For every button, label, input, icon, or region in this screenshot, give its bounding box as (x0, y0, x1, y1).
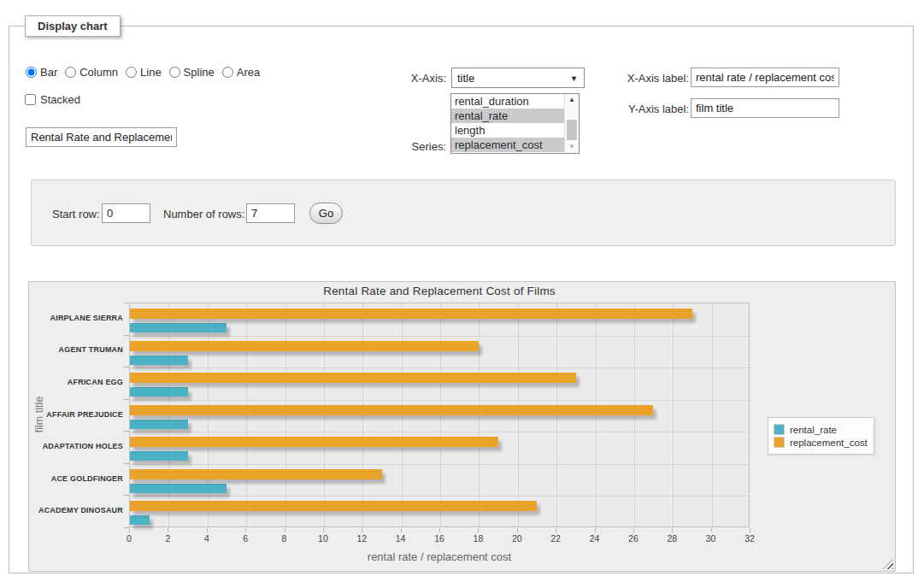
x-tick-mark (711, 528, 712, 532)
chart-type-option-line[interactable]: Line (126, 66, 162, 79)
gridline-h (130, 336, 749, 337)
chart-type-radio-line[interactable] (126, 67, 137, 78)
chart-type-radios: BarColumnLineSplineArea (26, 66, 260, 79)
chart-legend: rental_ratereplacement_cost (768, 417, 874, 455)
x-tick-mark (517, 528, 518, 532)
chart-type-option-bar[interactable]: Bar (26, 66, 57, 79)
chart-type-option-area[interactable]: Area (222, 66, 260, 79)
y-axis-label-input[interactable] (691, 98, 839, 118)
chart-x-axis-title: rental rate / replacement cost (129, 550, 750, 563)
gridline-h (130, 400, 749, 401)
series-list-label: Series: (360, 140, 446, 153)
series-option-rental_rate[interactable]: rental_rate (451, 109, 564, 123)
bar-rental_rate (130, 515, 150, 525)
bar-rental_rate (130, 484, 227, 493)
x-tick-mark (633, 528, 634, 532)
x-tick-mark (595, 528, 596, 532)
category-label: AGENT TRUMAN (29, 345, 123, 354)
x-tick-mark (168, 528, 168, 532)
category-label: ACADEMY DINOSAUR (29, 506, 123, 514)
legend-swatch (774, 437, 785, 448)
x-tick-label: 0 (116, 533, 142, 544)
bar-replacement_cost (130, 405, 653, 415)
y-tick-mark (124, 431, 129, 432)
gridline-h (130, 432, 749, 432)
x-tick-label: 8 (272, 533, 297, 544)
y-tick-mark (124, 527, 129, 528)
x-tick-mark (401, 528, 402, 532)
x-tick-label: 4 (194, 533, 220, 544)
x-tick-label: 24 (582, 533, 608, 544)
bar-rental_rate (130, 420, 188, 429)
x-tick-mark (129, 528, 130, 532)
x-tick-mark (439, 528, 440, 532)
x-tick-label: 26 (621, 533, 646, 544)
x-tick-label: 30 (698, 533, 724, 544)
series-scrollbar[interactable]: ▲ ▼ (564, 94, 579, 153)
scroll-up-icon[interactable]: ▲ (565, 94, 579, 106)
x-tick-mark (323, 528, 324, 532)
y-tick-mark (124, 367, 129, 367)
x-axis-selected-value: title (457, 72, 474, 85)
bar-rental_rate (130, 387, 188, 397)
category-label: AFFAIR PREJUDICE (29, 410, 123, 419)
x-tick-mark (556, 528, 556, 532)
x-tick-mark (285, 528, 285, 532)
x-tick-label: 14 (388, 533, 414, 544)
y-tick-mark (124, 399, 129, 400)
stacked-label: Stacked (40, 93, 80, 106)
x-tick-mark (207, 528, 208, 532)
chart-title-input[interactable] (26, 127, 177, 147)
bar-rental_rate (130, 451, 188, 461)
legend-entry-replacement_cost: replacement_cost (774, 437, 868, 448)
bar-rental_rate (130, 356, 188, 365)
x-tick-mark (750, 528, 750, 532)
gridline-v (673, 303, 674, 526)
series-option-rental_duration[interactable]: rental_duration (451, 94, 564, 109)
bar-replacement_cost (130, 341, 479, 351)
num-rows-input[interactable] (246, 203, 295, 223)
chart-type-radio-column[interactable] (65, 67, 76, 78)
chart-type-option-spline[interactable]: Spline (169, 66, 215, 79)
x-tick-label: 28 (659, 533, 685, 544)
scrollbar-thumb[interactable] (567, 120, 577, 140)
gridline-h (130, 367, 749, 368)
chart-type-text: Bar (40, 66, 57, 79)
x-tick-mark (245, 528, 246, 532)
chart-type-option-column[interactable]: Column (65, 66, 118, 79)
series-listbox[interactable]: rental_durationrental_ratelengthreplacem… (450, 93, 580, 154)
stacked-checkbox[interactable] (25, 94, 36, 105)
chart-type-text: Spline (184, 66, 215, 79)
chart-type-radio-spline[interactable] (169, 67, 180, 78)
gridline-h (130, 496, 749, 497)
start-row-input[interactable] (102, 203, 150, 223)
series-option-length[interactable]: length (451, 123, 564, 138)
chart-container: Rental Rate and Replacement Cost of Film… (28, 281, 896, 572)
row-controls-panel: Start row: Number of rows: Go (31, 179, 896, 246)
bar-replacement_cost (130, 437, 498, 447)
chart-type-radio-bar[interactable] (26, 67, 37, 78)
legend-swatch (774, 424, 785, 435)
category-label: ACE GOLDFINGER (29, 474, 123, 483)
x-tick-mark (362, 528, 362, 532)
series-option-replacement_cost[interactable]: replacement_cost (451, 138, 564, 152)
gridline-h (130, 464, 749, 465)
series-options: rental_durationrental_ratelengthreplacem… (451, 94, 564, 152)
category-label: AFRICAN EGG (29, 378, 123, 386)
x-tick-mark (478, 528, 479, 532)
x-tick-label: 32 (737, 533, 762, 544)
x-tick-label: 22 (543, 533, 568, 544)
legend-entry-rental_rate: rental_rate (774, 424, 868, 435)
chart-type-radio-area[interactable] (222, 67, 233, 78)
x-axis-label-input[interactable] (691, 68, 839, 87)
go-button[interactable]: Go (309, 203, 343, 224)
y-tick-mark (124, 303, 129, 303)
bar-replacement_cost (130, 373, 576, 383)
page: Display chart BarColumnLineSplineArea St… (0, 0, 924, 582)
resize-handle-icon[interactable] (883, 559, 893, 569)
scroll-down-icon[interactable]: ▼ (565, 141, 579, 153)
bar-rental_rate (130, 323, 227, 332)
y-tick-mark (124, 335, 129, 336)
x-axis-select[interactable]: title ▼ (451, 68, 585, 88)
gridline-v (712, 303, 713, 526)
